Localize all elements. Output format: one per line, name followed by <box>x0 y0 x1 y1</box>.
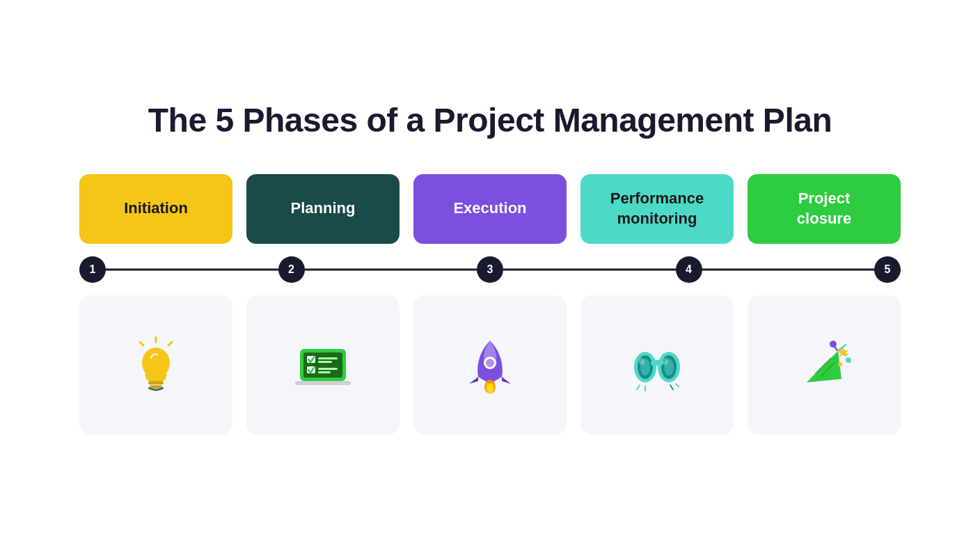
rocket-icon <box>459 334 521 396</box>
icon-card-closure <box>748 295 901 435</box>
svg-line-2 <box>140 342 143 346</box>
timeline-dot-3: 3 <box>477 256 503 283</box>
svg-point-16 <box>486 359 494 367</box>
timeline-dot-5: 5 <box>874 256 901 283</box>
icon-card-initiation <box>79 295 232 435</box>
lightbulb-icon <box>125 334 187 396</box>
svg-line-28 <box>637 385 640 389</box>
icon-card-execution <box>413 295 567 435</box>
svg-rect-13 <box>318 371 331 373</box>
phase-labels-row: Initiation Planning Execution Performanc… <box>72 174 908 244</box>
svg-point-27 <box>663 358 668 365</box>
phases-section: Initiation Planning Execution Performanc… <box>72 174 908 435</box>
svg-line-1 <box>168 342 172 346</box>
icon-card-planning <box>246 295 400 435</box>
svg-point-36 <box>846 357 851 363</box>
svg-point-26 <box>639 358 645 365</box>
svg-point-38 <box>829 351 833 355</box>
svg-rect-4 <box>148 381 164 385</box>
svg-point-18 <box>487 383 493 393</box>
svg-rect-10 <box>318 361 332 363</box>
phase-label-execution: Execution <box>413 174 567 244</box>
svg-rect-14 <box>295 381 351 385</box>
svg-rect-12 <box>318 368 338 370</box>
timeline-dot-2: 2 <box>278 256 305 283</box>
timeline-row: 1 2 3 4 5 <box>72 256 908 283</box>
svg-point-37 <box>838 362 842 366</box>
svg-rect-25 <box>651 360 663 366</box>
svg-rect-9 <box>318 357 338 359</box>
main-container: The 5 Phases of a Project Management Pla… <box>31 73 949 463</box>
page-title: The 5 Phases of a Project Management Pla… <box>72 101 908 139</box>
binoculars-icon <box>626 334 688 396</box>
phase-label-initiation: Initiation <box>79 174 232 244</box>
phase-label-planning: Planning <box>246 174 400 244</box>
icon-cards-row <box>72 295 908 435</box>
phase-label-performance: Performance monitoring <box>580 174 734 244</box>
checklist-icon <box>292 334 354 396</box>
svg-rect-5 <box>150 385 162 389</box>
timeline-dot-4: 4 <box>676 256 702 283</box>
svg-marker-32 <box>807 351 841 382</box>
svg-line-30 <box>670 385 673 389</box>
svg-line-31 <box>676 384 679 387</box>
phase-label-closure: Project closure <box>748 174 901 244</box>
icon-card-performance <box>580 295 734 435</box>
party-icon <box>793 334 855 396</box>
timeline-dot-1: 1 <box>79 256 106 283</box>
